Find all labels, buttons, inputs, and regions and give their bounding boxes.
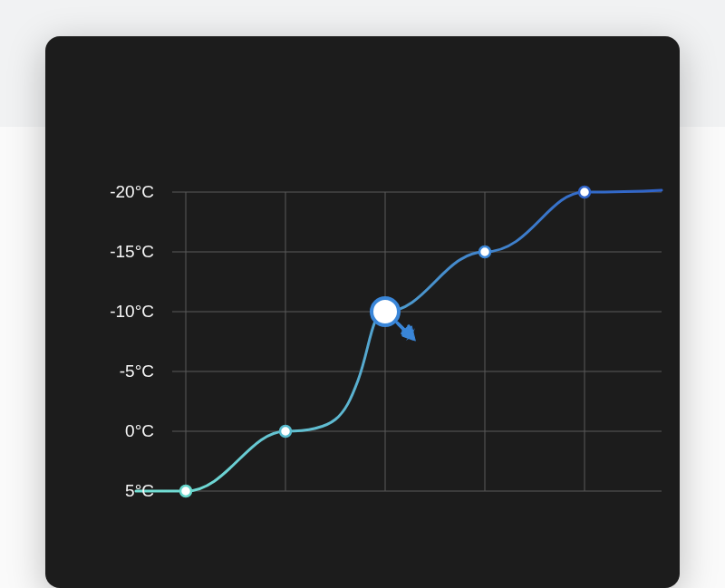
chart-point-1[interactable] xyxy=(280,426,291,437)
chart-card: -20°C -15°C -10°C -5°C 0°C 5°C xyxy=(45,36,680,588)
y-tick-label: -15°C xyxy=(110,242,154,262)
chart-grid xyxy=(172,192,662,491)
y-tick-label: -10°C xyxy=(110,302,154,322)
y-tick-label: 5°C xyxy=(125,481,154,501)
y-tick-label: 0°C xyxy=(125,421,154,441)
chart-line xyxy=(136,190,662,491)
chart-point-highlighted[interactable] xyxy=(372,298,399,325)
chart-point-3[interactable] xyxy=(479,246,490,257)
chart-point-0[interactable] xyxy=(180,486,191,496)
drag-arrow-icon xyxy=(397,323,413,339)
chart-point-4[interactable] xyxy=(579,187,590,198)
y-tick-label: -20°C xyxy=(110,182,154,202)
y-tick-label: -5°C xyxy=(120,361,154,381)
